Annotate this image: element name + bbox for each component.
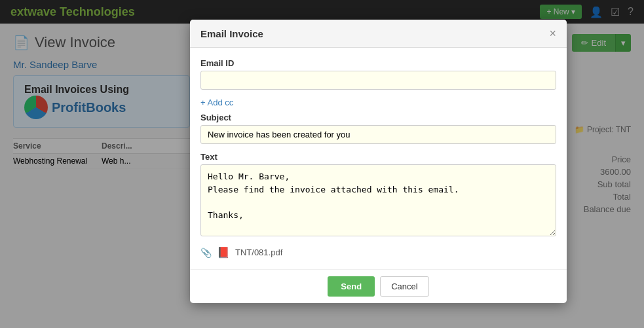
subject-group: Subject [200,113,556,144]
attachment-area: 📎 📕 TNT/081.pdf [200,246,556,259]
text-textarea[interactable]: Hello Mr. Barve, Please find the invoice… [200,164,556,236]
modal-title: Email Invoice [200,28,263,39]
email-id-input[interactable] [200,71,556,90]
modal-footer: Send Cancel [190,269,567,303]
modal-close-button[interactable]: × [549,27,556,39]
subject-label: Subject [200,113,556,122]
text-group: Text Hello Mr. Barve, Please find the in… [200,152,556,238]
attachment-filename: TNT/081.pdf [235,247,282,257]
modal-body: Email ID + Add cc Subject Text Hello Mr.… [190,48,567,269]
email-id-group: Email ID [200,58,556,90]
modal-header: Email Invoice × [190,20,567,48]
pdf-icon: 📕 [217,246,230,259]
subject-input[interactable] [200,125,556,144]
email-id-label: Email ID [200,58,556,68]
paperclip-icon: 📎 [200,247,212,258]
email-invoice-modal: Email Invoice × Email ID + Add cc Subjec… [190,20,567,303]
text-label: Text [200,152,556,162]
send-button[interactable]: Send [328,276,375,297]
add-cc-link[interactable]: + Add cc [200,98,233,107]
cancel-button[interactable]: Cancel [380,276,428,297]
